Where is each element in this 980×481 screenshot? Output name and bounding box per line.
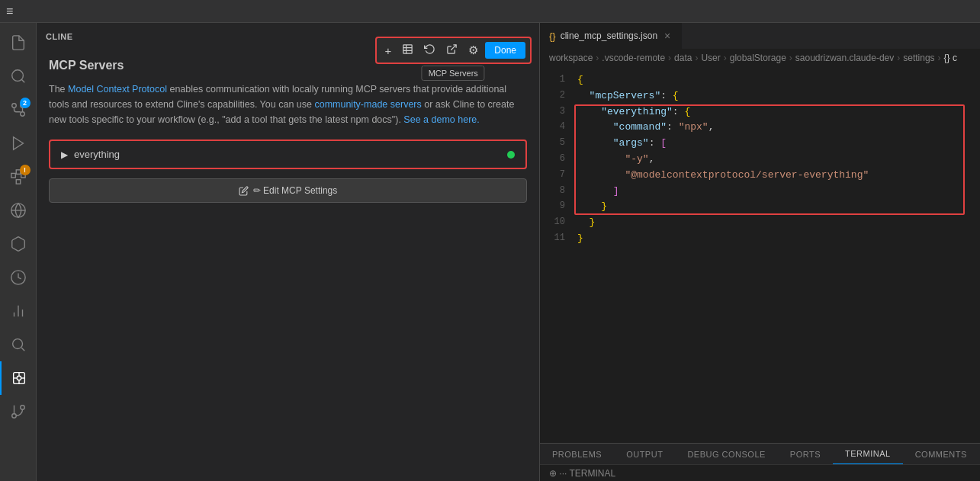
table-icon[interactable] [398, 41, 417, 59]
toolbar-overlay: + ⚙ MCP Servers Done [375, 37, 532, 64]
code-line-5: "args": [ [577, 136, 980, 152]
json-file-icon: {} [549, 30, 556, 42]
sidebar-item-files[interactable] [0, 26, 37, 59]
code-line-7: "@modelcontextprotocol/server-everything… [577, 168, 980, 184]
tab-close-icon[interactable]: × [662, 30, 673, 42]
breadcrumb-settings[interactable]: settings [903, 53, 934, 63]
sidebar-item-chart[interactable] [0, 294, 37, 328]
breadcrumb-vscode-remote[interactable]: .vscode-remote [602, 53, 665, 63]
svg-point-26 [20, 406, 24, 410]
sidebar-item-search[interactable] [0, 59, 37, 93]
breadcrumb-global-storage[interactable]: globalStorage [730, 53, 786, 63]
history2-icon[interactable] [420, 41, 439, 59]
svg-line-1 [21, 79, 24, 82]
done-button[interactable]: Done [485, 42, 525, 59]
svg-rect-7 [11, 173, 15, 178]
sidebar-item-source-control[interactable]: 2 [0, 93, 37, 127]
svg-rect-10 [16, 180, 21, 184]
server-item-everything[interactable]: ▶ everything [49, 139, 527, 169]
code-line-4: "command": "npx", [577, 120, 980, 136]
top-bar: ≡ [0, 0, 980, 23]
external-link-icon[interactable] [442, 41, 461, 59]
tab-filename: cline_mcp_settings.json [561, 30, 657, 41]
svg-point-20 [17, 376, 21, 380]
code-line-8: ] [577, 184, 980, 200]
sidebar-item-extensions[interactable]: ! [0, 160, 37, 194]
svg-marker-6 [13, 137, 23, 150]
breadcrumb: workspace › .vscode-remote › data › User… [540, 50, 980, 66]
sidebar-item-cline[interactable] [0, 361, 37, 395]
mcp-protocol-link[interactable]: Model Context Protocol [68, 84, 167, 95]
left-panel: + ⚙ MCP Servers Done CLINE MCP Servers T… [37, 23, 540, 481]
edit-mcp-settings-button[interactable]: ✏ Edit MCP Settings [49, 178, 527, 203]
sidebar-item-run[interactable] [0, 127, 37, 160]
svg-point-17 [12, 339, 22, 349]
server-status-dot [507, 151, 515, 159]
chevron-right-icon: ▶ [61, 149, 68, 160]
gear-icon[interactable]: ⚙ [464, 41, 482, 59]
mcp-description: The Model Context Protocol enables commu… [49, 82, 527, 127]
svg-point-0 [11, 70, 23, 82]
server-name: everything [74, 149, 507, 160]
comments-tab[interactable]: COMMENTS [903, 444, 979, 465]
code-area[interactable]: { "mcpServers": { "everything": { "comma… [574, 66, 980, 443]
code-line-2: "mcpServers": { [577, 88, 980, 104]
breadcrumb-workspace[interactable]: workspace [549, 53, 593, 63]
line-numbers: 1 2 3 4 5 6 7 8 9 10 11 [540, 66, 574, 443]
svg-point-2 [20, 112, 24, 117]
extensions-badge: ! [20, 165, 31, 175]
code-line-9: } [577, 199, 980, 215]
main-layout: 2 ! + [0, 23, 980, 481]
problems-tab[interactable]: PROBLEMS [540, 444, 614, 465]
sidebar-item-git[interactable] [0, 395, 37, 428]
editor-tab-json[interactable]: {} cline_mcp_settings.json × [540, 23, 683, 49]
panel-content: MCP Servers The Model Context Protocol e… [37, 50, 539, 481]
output-tab[interactable]: OUTPUT [614, 444, 675, 465]
terminal-tab[interactable]: TERMINAL [833, 444, 903, 465]
activity-bar: 2 ! [0, 23, 37, 481]
code-line-10: } [577, 215, 980, 231]
code-line-1: { [577, 72, 980, 88]
bottom-panel: PROBLEMS OUTPUT DEBUG CONSOLE PORTS TERM… [540, 443, 980, 464]
sidebar-item-history[interactable] [0, 261, 37, 294]
terminal-footer-label: ⊕ ··· TERMINAL [549, 468, 615, 479]
svg-point-3 [11, 104, 16, 108]
code-line-6: "-y", [577, 152, 980, 168]
sidebar-item-globe[interactable] [0, 194, 37, 227]
hamburger-icon[interactable]: ≡ [6, 5, 13, 18]
svg-line-32 [451, 45, 457, 50]
svg-point-27 [11, 414, 16, 418]
debug-console-tab[interactable]: DEBUG CONSOLE [675, 444, 777, 465]
breadcrumb-saoudrizwan[interactable]: saoudrizwan.claude-dev [795, 53, 894, 63]
breadcrumb-data[interactable]: data [674, 53, 692, 63]
source-control-badge: 2 [20, 98, 31, 108]
tab-bar: {} cline_mcp_settings.json × [540, 23, 980, 50]
breadcrumb-user[interactable]: User [701, 53, 720, 63]
sidebar-item-deploy[interactable] [0, 227, 37, 261]
sidebar-item-telescope[interactable] [0, 328, 37, 361]
svg-line-18 [21, 348, 24, 351]
panel-title: CLINE [46, 32, 73, 41]
right-panel: {} cline_mcp_settings.json × workspace ›… [540, 23, 980, 481]
ports-tab[interactable]: PORTS [778, 444, 833, 465]
edit-btn-label: ✏ Edit MCP Settings [253, 185, 338, 196]
add-server-icon[interactable]: + [381, 42, 396, 59]
terminal-footer: ⊕ ··· TERMINAL [540, 464, 980, 481]
community-servers-link[interactable]: community-made servers [314, 99, 421, 110]
demo-link[interactable]: See a demo here. [403, 114, 479, 125]
pencil-icon [239, 186, 249, 196]
editor-area: 1 2 3 4 5 6 7 8 9 10 11 { "mcpServers": … [540, 66, 980, 443]
code-line-3: "everything": { [577, 104, 980, 120]
breadcrumb-file[interactable]: {} c [944, 53, 957, 63]
svg-rect-28 [403, 45, 412, 53]
code-line-11: } [577, 231, 980, 247]
